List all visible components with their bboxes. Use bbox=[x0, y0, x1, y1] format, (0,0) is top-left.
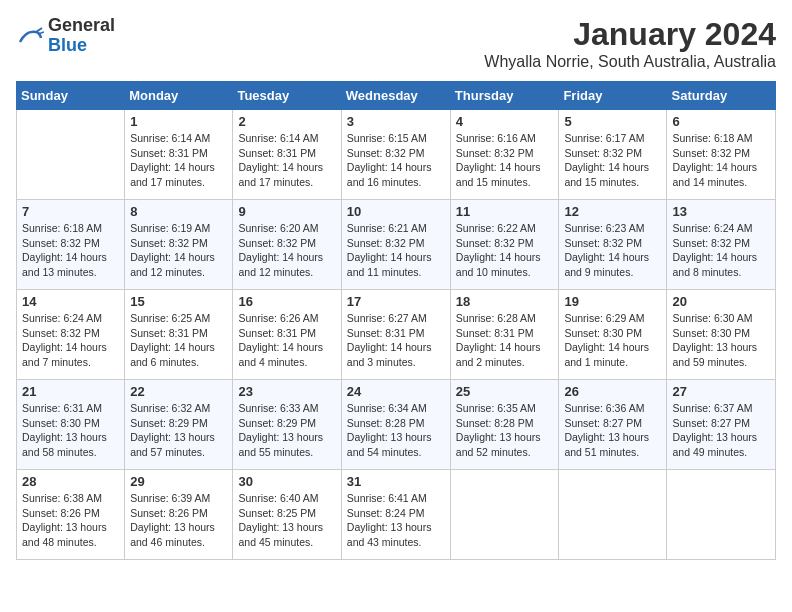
day-number: 7 bbox=[22, 204, 119, 219]
day-cell: 1Sunrise: 6:14 AMSunset: 8:31 PMDaylight… bbox=[125, 110, 233, 200]
day-info: Sunrise: 6:34 AMSunset: 8:28 PMDaylight:… bbox=[347, 401, 445, 460]
day-cell: 18Sunrise: 6:28 AMSunset: 8:31 PMDayligh… bbox=[450, 290, 559, 380]
day-cell: 24Sunrise: 6:34 AMSunset: 8:28 PMDayligh… bbox=[341, 380, 450, 470]
day-cell: 25Sunrise: 6:35 AMSunset: 8:28 PMDayligh… bbox=[450, 380, 559, 470]
day-cell: 29Sunrise: 6:39 AMSunset: 8:26 PMDayligh… bbox=[125, 470, 233, 560]
day-number: 30 bbox=[238, 474, 335, 489]
day-cell: 30Sunrise: 6:40 AMSunset: 8:25 PMDayligh… bbox=[233, 470, 341, 560]
header-row: SundayMondayTuesdayWednesdayThursdayFrid… bbox=[17, 82, 776, 110]
day-cell: 22Sunrise: 6:32 AMSunset: 8:29 PMDayligh… bbox=[125, 380, 233, 470]
day-number: 6 bbox=[672, 114, 770, 129]
day-cell: 19Sunrise: 6:29 AMSunset: 8:30 PMDayligh… bbox=[559, 290, 667, 380]
day-number: 5 bbox=[564, 114, 661, 129]
location-title: Whyalla Norrie, South Australia, Austral… bbox=[484, 53, 776, 71]
day-number: 8 bbox=[130, 204, 227, 219]
day-number: 31 bbox=[347, 474, 445, 489]
day-cell bbox=[667, 470, 776, 560]
day-info: Sunrise: 6:35 AMSunset: 8:28 PMDaylight:… bbox=[456, 401, 554, 460]
day-cell: 8Sunrise: 6:19 AMSunset: 8:32 PMDaylight… bbox=[125, 200, 233, 290]
day-cell: 5Sunrise: 6:17 AMSunset: 8:32 PMDaylight… bbox=[559, 110, 667, 200]
day-number: 18 bbox=[456, 294, 554, 309]
header-cell-thursday: Thursday bbox=[450, 82, 559, 110]
header: General Blue January 2024 Whyalla Norrie… bbox=[16, 16, 776, 71]
day-info: Sunrise: 6:16 AMSunset: 8:32 PMDaylight:… bbox=[456, 131, 554, 190]
month-title: January 2024 bbox=[484, 16, 776, 53]
day-number: 16 bbox=[238, 294, 335, 309]
day-number: 19 bbox=[564, 294, 661, 309]
day-cell: 26Sunrise: 6:36 AMSunset: 8:27 PMDayligh… bbox=[559, 380, 667, 470]
day-cell: 9Sunrise: 6:20 AMSunset: 8:32 PMDaylight… bbox=[233, 200, 341, 290]
day-info: Sunrise: 6:24 AMSunset: 8:32 PMDaylight:… bbox=[672, 221, 770, 280]
day-cell bbox=[17, 110, 125, 200]
week-row-2: 7Sunrise: 6:18 AMSunset: 8:32 PMDaylight… bbox=[17, 200, 776, 290]
day-cell: 17Sunrise: 6:27 AMSunset: 8:31 PMDayligh… bbox=[341, 290, 450, 380]
calendar-table: SundayMondayTuesdayWednesdayThursdayFrid… bbox=[16, 81, 776, 560]
header-cell-tuesday: Tuesday bbox=[233, 82, 341, 110]
day-info: Sunrise: 6:32 AMSunset: 8:29 PMDaylight:… bbox=[130, 401, 227, 460]
day-number: 17 bbox=[347, 294, 445, 309]
day-number: 29 bbox=[130, 474, 227, 489]
day-info: Sunrise: 6:33 AMSunset: 8:29 PMDaylight:… bbox=[238, 401, 335, 460]
logo-blue: Blue bbox=[48, 36, 115, 56]
day-cell: 12Sunrise: 6:23 AMSunset: 8:32 PMDayligh… bbox=[559, 200, 667, 290]
title-area: January 2024 Whyalla Norrie, South Austr… bbox=[484, 16, 776, 71]
header-cell-monday: Monday bbox=[125, 82, 233, 110]
day-cell bbox=[450, 470, 559, 560]
day-number: 21 bbox=[22, 384, 119, 399]
day-number: 12 bbox=[564, 204, 661, 219]
day-info: Sunrise: 6:29 AMSunset: 8:30 PMDaylight:… bbox=[564, 311, 661, 370]
week-row-3: 14Sunrise: 6:24 AMSunset: 8:32 PMDayligh… bbox=[17, 290, 776, 380]
day-cell: 27Sunrise: 6:37 AMSunset: 8:27 PMDayligh… bbox=[667, 380, 776, 470]
logo: General Blue bbox=[16, 16, 115, 56]
day-number: 9 bbox=[238, 204, 335, 219]
day-info: Sunrise: 6:18 AMSunset: 8:32 PMDaylight:… bbox=[22, 221, 119, 280]
day-number: 27 bbox=[672, 384, 770, 399]
logo-text: General Blue bbox=[48, 16, 115, 56]
day-info: Sunrise: 6:25 AMSunset: 8:31 PMDaylight:… bbox=[130, 311, 227, 370]
day-info: Sunrise: 6:15 AMSunset: 8:32 PMDaylight:… bbox=[347, 131, 445, 190]
day-cell: 23Sunrise: 6:33 AMSunset: 8:29 PMDayligh… bbox=[233, 380, 341, 470]
header-cell-wednesday: Wednesday bbox=[341, 82, 450, 110]
day-number: 1 bbox=[130, 114, 227, 129]
day-number: 3 bbox=[347, 114, 445, 129]
day-number: 2 bbox=[238, 114, 335, 129]
header-cell-sunday: Sunday bbox=[17, 82, 125, 110]
day-info: Sunrise: 6:20 AMSunset: 8:32 PMDaylight:… bbox=[238, 221, 335, 280]
day-cell: 3Sunrise: 6:15 AMSunset: 8:32 PMDaylight… bbox=[341, 110, 450, 200]
day-info: Sunrise: 6:17 AMSunset: 8:32 PMDaylight:… bbox=[564, 131, 661, 190]
day-number: 20 bbox=[672, 294, 770, 309]
week-row-5: 28Sunrise: 6:38 AMSunset: 8:26 PMDayligh… bbox=[17, 470, 776, 560]
day-cell: 13Sunrise: 6:24 AMSunset: 8:32 PMDayligh… bbox=[667, 200, 776, 290]
day-info: Sunrise: 6:24 AMSunset: 8:32 PMDaylight:… bbox=[22, 311, 119, 370]
day-info: Sunrise: 6:28 AMSunset: 8:31 PMDaylight:… bbox=[456, 311, 554, 370]
day-info: Sunrise: 6:27 AMSunset: 8:31 PMDaylight:… bbox=[347, 311, 445, 370]
day-number: 11 bbox=[456, 204, 554, 219]
day-info: Sunrise: 6:30 AMSunset: 8:30 PMDaylight:… bbox=[672, 311, 770, 370]
day-number: 10 bbox=[347, 204, 445, 219]
day-cell: 15Sunrise: 6:25 AMSunset: 8:31 PMDayligh… bbox=[125, 290, 233, 380]
day-cell: 31Sunrise: 6:41 AMSunset: 8:24 PMDayligh… bbox=[341, 470, 450, 560]
day-info: Sunrise: 6:40 AMSunset: 8:25 PMDaylight:… bbox=[238, 491, 335, 550]
day-info: Sunrise: 6:37 AMSunset: 8:27 PMDaylight:… bbox=[672, 401, 770, 460]
day-info: Sunrise: 6:36 AMSunset: 8:27 PMDaylight:… bbox=[564, 401, 661, 460]
day-cell: 20Sunrise: 6:30 AMSunset: 8:30 PMDayligh… bbox=[667, 290, 776, 380]
day-cell: 14Sunrise: 6:24 AMSunset: 8:32 PMDayligh… bbox=[17, 290, 125, 380]
day-number: 4 bbox=[456, 114, 554, 129]
logo-icon bbox=[16, 22, 44, 50]
day-cell: 6Sunrise: 6:18 AMSunset: 8:32 PMDaylight… bbox=[667, 110, 776, 200]
day-cell: 11Sunrise: 6:22 AMSunset: 8:32 PMDayligh… bbox=[450, 200, 559, 290]
day-cell: 28Sunrise: 6:38 AMSunset: 8:26 PMDayligh… bbox=[17, 470, 125, 560]
day-info: Sunrise: 6:31 AMSunset: 8:30 PMDaylight:… bbox=[22, 401, 119, 460]
day-info: Sunrise: 6:18 AMSunset: 8:32 PMDaylight:… bbox=[672, 131, 770, 190]
day-cell: 16Sunrise: 6:26 AMSunset: 8:31 PMDayligh… bbox=[233, 290, 341, 380]
day-info: Sunrise: 6:23 AMSunset: 8:32 PMDaylight:… bbox=[564, 221, 661, 280]
day-info: Sunrise: 6:22 AMSunset: 8:32 PMDaylight:… bbox=[456, 221, 554, 280]
day-number: 25 bbox=[456, 384, 554, 399]
logo-general: General bbox=[48, 16, 115, 36]
day-number: 13 bbox=[672, 204, 770, 219]
header-cell-saturday: Saturday bbox=[667, 82, 776, 110]
day-info: Sunrise: 6:14 AMSunset: 8:31 PMDaylight:… bbox=[130, 131, 227, 190]
day-info: Sunrise: 6:21 AMSunset: 8:32 PMDaylight:… bbox=[347, 221, 445, 280]
day-number: 14 bbox=[22, 294, 119, 309]
day-info: Sunrise: 6:14 AMSunset: 8:31 PMDaylight:… bbox=[238, 131, 335, 190]
